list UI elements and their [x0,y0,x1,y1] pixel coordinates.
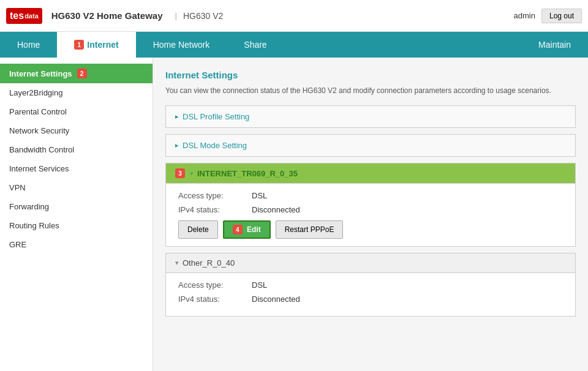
sidebar-item-vpn[interactable]: VPN [0,178,153,197]
logo-data-text: data [24,12,39,20]
section-desc: You can view the connection status of th… [165,85,576,96]
sidebar-internet-settings-badge: 2 [77,69,87,78]
nav-item-internet[interactable]: 1 Internet [57,32,135,58]
header: tes data HG630 V2 Home Gateway | HG630 V… [0,0,588,32]
nav-home-label: Home [17,40,40,50]
tr069-ipv4-status-row: IPv4 status: Disconnected [178,205,563,214]
connection-tr069-header[interactable]: 3 ▾ INTERNET_TR069_R_0_35 [166,163,575,184]
sidebar-item-parental-control[interactable]: Parental Control [0,102,153,121]
sidebar: Internet Settings 2 Layer2Bridging Paren… [0,58,153,371]
nav-share-label: Share [244,40,266,50]
connection-other-body: Access type: DSL IPv4 status: Disconnect… [166,273,575,316]
accordion-dsl-profile[interactable]: ▸ DSL Profile Setting [165,105,576,128]
accordion-dsl-profile-header[interactable]: ▸ DSL Profile Setting [166,106,575,127]
sidebar-layer2bridging-label: Layer2Bridging [9,88,62,97]
sidebar-internet-settings-label: Internet Settings [9,69,72,78]
nav-home-network-label: Home Network [153,40,210,50]
other-ipv4-status-value: Disconnected [252,294,300,304]
restart-pppoe-button[interactable]: Restart PPPoE [276,220,344,239]
nav-maintain-label: Maintain [538,40,571,50]
nav-item-home-network[interactable]: Home Network [136,32,227,58]
tr069-access-type-label: Access type: [178,191,252,200]
sidebar-bandwidth-control-label: Bandwidth Control [9,145,74,154]
sidebar-internet-services-label: Internet Services [9,164,69,173]
tr069-ipv4-status-value: Disconnected [252,205,300,214]
sidebar-item-layer2bridging[interactable]: Layer2Bridging [0,83,153,102]
connection-other-header[interactable]: ▾ Other_R_0_40 [166,253,575,273]
other-access-type-row: Access type: DSL [178,280,563,290]
accordion-dsl-profile-arrow: ▸ [175,113,179,121]
header-separator: | [175,11,177,20]
sidebar-vpn-label: VPN [9,183,26,192]
tr069-ipv4-status-label: IPv4 status: [178,205,252,214]
section-title: Internet Settings [165,70,576,80]
delete-button[interactable]: Delete [178,220,218,239]
other-access-type-label: Access type: [178,280,252,290]
accordion-dsl-mode[interactable]: ▸ DSL Mode Setting [165,134,576,157]
accordion-dsl-mode-arrow: ▸ [175,141,179,149]
nav-item-maintain[interactable]: Maintain [521,32,588,58]
sidebar-item-routing-rules[interactable]: Routing Rules [0,216,153,235]
sidebar-forwarding-label: Forwarding [9,202,49,211]
sidebar-item-gre[interactable]: GRE [0,235,153,254]
nav-internet-label: Internet [87,40,118,50]
accordion-dsl-profile-label: DSL Profile Setting [183,112,249,121]
tr069-button-row: Delete 4 Edit Restart PPPoE [178,220,563,239]
connection-other-name: Other_R_0_40 [183,258,235,268]
admin-label: admin [514,11,535,20]
logo: tes data [6,8,42,24]
logo-tec-text: tes [10,10,24,21]
connection-other-arrow: ▾ [175,259,179,267]
connection-tr069-arrow: ▾ [190,170,194,178]
tr069-access-type-row: Access type: DSL [178,191,563,200]
tr069-access-type-value: DSL [252,191,267,200]
sidebar-gre-label: GRE [9,240,26,249]
accordion-dsl-mode-label: DSL Mode Setting [183,141,247,150]
connection-tr069-badge: 3 [175,168,185,178]
nav-item-share[interactable]: Share [227,32,284,58]
nav-internet-badge: 1 [74,40,84,50]
sidebar-item-network-security[interactable]: Network Security [0,121,153,140]
logo-box: tes data [6,8,42,24]
sidebar-item-forwarding[interactable]: Forwarding [0,197,153,216]
other-ipv4-status-label: IPv4 status: [178,294,252,304]
sidebar-item-bandwidth-control[interactable]: Bandwidth Control [0,140,153,159]
connection-block-tr069: 3 ▾ INTERNET_TR069_R_0_35 Access type: D… [165,163,576,247]
nav-item-home[interactable]: Home [0,32,57,58]
header-subtitle: HG630 V2 [183,11,223,21]
edit-badge: 4 [233,225,243,234]
main-content: Internet Settings You can view the conne… [153,58,588,371]
sidebar-routing-rules-label: Routing Rules [9,221,59,230]
header-right: admin Log out [514,9,582,23]
sidebar-parental-control-label: Parental Control [9,107,67,116]
connection-block-other: ▾ Other_R_0_40 Access type: DSL IPv4 sta… [165,253,576,317]
sidebar-item-internet-services[interactable]: Internet Services [0,159,153,178]
edit-button[interactable]: 4 Edit [223,220,271,239]
main-nav: Home 1 Internet Home Network Share Maint… [0,32,588,58]
accordion-dsl-mode-header[interactable]: ▸ DSL Mode Setting [166,135,575,156]
sidebar-item-internet-settings[interactable]: Internet Settings 2 [0,64,153,83]
other-ipv4-status-row: IPv4 status: Disconnected [178,294,563,304]
other-access-type-value: DSL [252,280,267,290]
connection-tr069-body: Access type: DSL IPv4 status: Disconnect… [166,184,575,246]
connection-tr069-name: INTERNET_TR069_R_0_35 [197,169,298,178]
logout-button[interactable]: Log out [541,9,582,23]
sidebar-network-security-label: Network Security [9,126,69,135]
layout: Internet Settings 2 Layer2Bridging Paren… [0,58,588,371]
header-title: HG630 V2 Home Gateway [51,10,163,21]
